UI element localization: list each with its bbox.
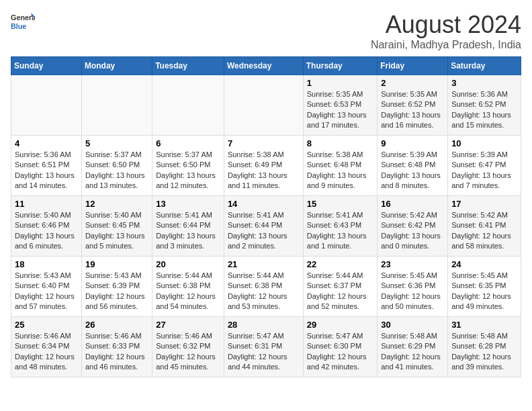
day-number: 28 <box>228 320 300 330</box>
day-number: 30 <box>381 320 444 330</box>
day-info: Sunrise: 5:35 AMSunset: 6:53 PMDaylight:… <box>307 89 373 131</box>
calendar-cell: 6Sunrise: 5:37 AMSunset: 6:50 PMDaylight… <box>152 136 224 196</box>
title-block: August 2024 Naraini, Madhya Pradesh, Ind… <box>371 11 521 51</box>
calendar-cell: 19Sunrise: 5:43 AMSunset: 6:39 PMDayligh… <box>81 257 152 317</box>
day-info: Sunrise: 5:35 AMSunset: 6:52 PMDaylight:… <box>381 89 444 131</box>
day-number: 24 <box>451 259 517 269</box>
day-info: Sunrise: 5:46 AMSunset: 6:34 PMDaylight:… <box>15 331 78 373</box>
header-friday: Friday <box>378 57 448 75</box>
day-info: Sunrise: 5:46 AMSunset: 6:33 PMDaylight:… <box>85 331 148 373</box>
day-info: Sunrise: 5:47 AMSunset: 6:30 PMDaylight:… <box>307 331 373 373</box>
calendar-cell: 23Sunrise: 5:45 AMSunset: 6:36 PMDayligh… <box>378 257 448 317</box>
day-number: 7 <box>228 138 300 148</box>
day-info: Sunrise: 5:42 AMSunset: 6:41 PMDaylight:… <box>451 210 517 252</box>
calendar-cell: 5Sunrise: 5:37 AMSunset: 6:50 PMDaylight… <box>81 136 152 196</box>
svg-text:Blue: Blue <box>11 22 26 30</box>
day-number: 21 <box>228 259 300 269</box>
calendar-cell: 9Sunrise: 5:39 AMSunset: 6:48 PMDaylight… <box>378 136 448 196</box>
calendar-cell: 11Sunrise: 5:40 AMSunset: 6:46 PMDayligh… <box>11 196 82 257</box>
calendar-cell: 1Sunrise: 5:35 AMSunset: 6:53 PMDaylight… <box>303 75 377 136</box>
day-number: 8 <box>307 138 373 148</box>
calendar-cell: 4Sunrise: 5:36 AMSunset: 6:51 PMDaylight… <box>11 136 82 196</box>
week-row-1: 1Sunrise: 5:35 AMSunset: 6:53 PMDaylight… <box>11 75 521 136</box>
day-info: Sunrise: 5:36 AMSunset: 6:51 PMDaylight:… <box>15 150 78 191</box>
day-info: Sunrise: 5:37 AMSunset: 6:50 PMDaylight:… <box>156 150 220 191</box>
day-info: Sunrise: 5:46 AMSunset: 6:32 PMDaylight:… <box>156 331 220 373</box>
day-info: Sunrise: 5:38 AMSunset: 6:48 PMDaylight:… <box>307 150 373 191</box>
day-info: Sunrise: 5:42 AMSunset: 6:42 PMDaylight:… <box>381 210 444 252</box>
calendar-cell: 25Sunrise: 5:46 AMSunset: 6:34 PMDayligh… <box>11 317 82 377</box>
calendar-cell: 30Sunrise: 5:48 AMSunset: 6:29 PMDayligh… <box>378 317 448 377</box>
day-info: Sunrise: 5:43 AMSunset: 6:39 PMDaylight:… <box>85 271 148 312</box>
day-number: 5 <box>85 138 148 148</box>
day-info: Sunrise: 5:36 AMSunset: 6:52 PMDaylight:… <box>451 89 517 131</box>
calendar-cell: 17Sunrise: 5:42 AMSunset: 6:41 PMDayligh… <box>448 196 521 257</box>
day-info: Sunrise: 5:44 AMSunset: 6:37 PMDaylight:… <box>307 271 373 312</box>
day-info: Sunrise: 5:45 AMSunset: 6:35 PMDaylight:… <box>451 271 517 312</box>
day-number: 26 <box>85 320 148 330</box>
calendar-cell: 2Sunrise: 5:35 AMSunset: 6:52 PMDaylight… <box>378 75 448 136</box>
day-number: 18 <box>15 259 78 269</box>
day-number: 3 <box>451 78 517 88</box>
calendar-cell: 12Sunrise: 5:40 AMSunset: 6:45 PMDayligh… <box>81 196 152 257</box>
day-info: Sunrise: 5:47 AMSunset: 6:31 PMDaylight:… <box>228 331 300 373</box>
calendar-cell: 14Sunrise: 5:41 AMSunset: 6:44 PMDayligh… <box>224 196 303 257</box>
calendar-cell <box>152 75 224 136</box>
calendar-cell: 21Sunrise: 5:44 AMSunset: 6:38 PMDayligh… <box>224 257 303 317</box>
calendar-cell: 22Sunrise: 5:44 AMSunset: 6:37 PMDayligh… <box>303 257 377 317</box>
day-number: 1 <box>307 78 373 88</box>
calendar-cell: 15Sunrise: 5:41 AMSunset: 6:43 PMDayligh… <box>303 196 377 257</box>
calendar-cell: 18Sunrise: 5:43 AMSunset: 6:40 PMDayligh… <box>11 257 82 317</box>
day-info: Sunrise: 5:39 AMSunset: 6:47 PMDaylight:… <box>451 150 517 191</box>
calendar-cell: 8Sunrise: 5:38 AMSunset: 6:48 PMDaylight… <box>303 136 377 196</box>
calendar-cell: 10Sunrise: 5:39 AMSunset: 6:47 PMDayligh… <box>448 136 521 196</box>
day-number: 15 <box>307 199 373 209</box>
calendar-table: SundayMondayTuesdayWednesdayThursdayFrid… <box>11 56 521 377</box>
day-info: Sunrise: 5:37 AMSunset: 6:50 PMDaylight:… <box>85 150 148 191</box>
header-thursday: Thursday <box>303 57 377 75</box>
day-info: Sunrise: 5:43 AMSunset: 6:40 PMDaylight:… <box>15 271 78 312</box>
header-wednesday: Wednesday <box>224 57 303 75</box>
day-number: 6 <box>156 138 220 148</box>
calendar-cell: 29Sunrise: 5:47 AMSunset: 6:30 PMDayligh… <box>303 317 377 377</box>
day-number: 12 <box>85 199 148 209</box>
day-info: Sunrise: 5:40 AMSunset: 6:46 PMDaylight:… <box>15 210 78 252</box>
calendar-cell <box>11 75 82 136</box>
logo-icon: General Blue <box>11 11 35 35</box>
header-sunday: Sunday <box>11 57 82 75</box>
day-info: Sunrise: 5:40 AMSunset: 6:45 PMDaylight:… <box>85 210 148 252</box>
calendar-cell: 20Sunrise: 5:44 AMSunset: 6:38 PMDayligh… <box>152 257 224 317</box>
day-number: 29 <box>307 320 373 330</box>
calendar-cell: 28Sunrise: 5:47 AMSunset: 6:31 PMDayligh… <box>224 317 303 377</box>
day-number: 19 <box>85 259 148 269</box>
day-info: Sunrise: 5:45 AMSunset: 6:36 PMDaylight:… <box>381 271 444 312</box>
day-number: 25 <box>15 320 78 330</box>
day-number: 2 <box>381 78 444 88</box>
calendar-cell: 24Sunrise: 5:45 AMSunset: 6:35 PMDayligh… <box>448 257 521 317</box>
calendar-cell: 31Sunrise: 5:48 AMSunset: 6:28 PMDayligh… <box>448 317 521 377</box>
subtitle: Naraini, Madhya Pradesh, India <box>371 39 521 51</box>
calendar-cell: 3Sunrise: 5:36 AMSunset: 6:52 PMDaylight… <box>448 75 521 136</box>
header-tuesday: Tuesday <box>152 57 224 75</box>
day-info: Sunrise: 5:44 AMSunset: 6:38 PMDaylight:… <box>156 271 220 312</box>
calendar-cell: 16Sunrise: 5:42 AMSunset: 6:42 PMDayligh… <box>378 196 448 257</box>
day-number: 17 <box>451 199 517 209</box>
day-number: 11 <box>15 199 78 209</box>
day-info: Sunrise: 5:48 AMSunset: 6:29 PMDaylight:… <box>381 331 444 373</box>
calendar-cell <box>224 75 303 136</box>
day-number: 10 <box>451 138 517 148</box>
logo: General Blue <box>11 11 35 35</box>
week-row-2: 4Sunrise: 5:36 AMSunset: 6:51 PMDaylight… <box>11 136 521 196</box>
calendar-cell: 7Sunrise: 5:38 AMSunset: 6:49 PMDaylight… <box>224 136 303 196</box>
day-number: 14 <box>228 199 300 209</box>
day-info: Sunrise: 5:41 AMSunset: 6:44 PMDaylight:… <box>228 210 300 252</box>
day-number: 20 <box>156 259 220 269</box>
header-saturday: Saturday <box>448 57 521 75</box>
day-number: 22 <box>307 259 373 269</box>
main-title: August 2024 <box>371 11 521 39</box>
day-info: Sunrise: 5:44 AMSunset: 6:38 PMDaylight:… <box>228 271 300 312</box>
page-header: General Blue August 2024 Naraini, Madhya… <box>11 11 521 51</box>
day-number: 9 <box>381 138 444 148</box>
week-row-5: 25Sunrise: 5:46 AMSunset: 6:34 PMDayligh… <box>11 317 521 377</box>
calendar-cell: 27Sunrise: 5:46 AMSunset: 6:32 PMDayligh… <box>152 317 224 377</box>
